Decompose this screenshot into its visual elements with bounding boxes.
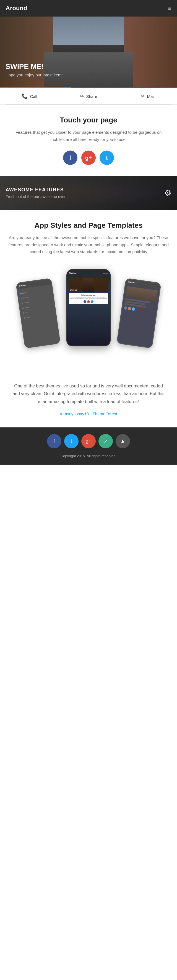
quote-text: One of the best themes I've used so far … xyxy=(11,382,166,406)
share-label: Share xyxy=(86,94,97,99)
twitter-icon: t xyxy=(106,155,108,161)
footer-share-icon: ↗ xyxy=(104,438,108,444)
call-label: Call xyxy=(30,94,37,99)
left-screen: Slidebon Home Portfoilio Features xyxy=(17,279,60,347)
quote-link[interactable]: ramseycosay18 - ThemeForest xyxy=(60,411,117,416)
phone-gp-btn xyxy=(87,300,90,303)
social-buttons: f g+ t xyxy=(8,151,169,165)
mail-button[interactable]: ✉ Mail xyxy=(118,88,177,104)
header: Around ≡ xyxy=(0,0,177,16)
facebook-icon: f xyxy=(69,155,71,161)
app-title: Around xyxy=(5,5,27,12)
touch-section: Touch your page Features that get you cl… xyxy=(0,105,177,176)
footer-googleplus-icon: g+ xyxy=(86,438,92,444)
mail-label: Mail xyxy=(147,94,154,99)
hero-section: SWIPE ME! Hope you enjoy our latest item… xyxy=(0,16,177,88)
features-content: AWESOME FEATURES Fresh out of the our aw… xyxy=(5,187,66,199)
phone-icon: 📞 xyxy=(22,93,27,99)
app-title: App Styles and Page Templates xyxy=(8,221,169,230)
action-bar: 📞 Call ↪ Share ✉ Mail xyxy=(0,88,177,105)
hero-progress-bar xyxy=(0,87,71,88)
settings-icon[interactable]: ⚙ xyxy=(164,188,172,198)
footer-twitter-button[interactable]: t xyxy=(64,434,79,449)
footer-facebook-icon: f xyxy=(53,438,55,444)
footer: f t g+ ↗ ▲ Copyright 2015. All rights re… xyxy=(0,427,177,465)
footer-copyright: Copyright 2015. All rights reserved. xyxy=(5,454,172,458)
call-button[interactable]: 📞 Call xyxy=(0,88,59,104)
share-icon: ↪ xyxy=(80,93,84,99)
phone-left: Slidebon Home Portfoilio Features xyxy=(16,278,61,348)
footer-up-icon: ▲ xyxy=(120,438,125,444)
googleplus-button[interactable]: g+ xyxy=(81,151,96,165)
touch-title: Touch your page xyxy=(8,116,169,124)
phone-screen-title-text: Slidebon xyxy=(69,272,77,274)
phone-fb-btn xyxy=(84,300,86,303)
phone-right: Slidebon xyxy=(116,278,161,348)
twitter-button[interactable]: t xyxy=(100,151,114,165)
hero-swipe-text: SWIPE ME! xyxy=(5,62,63,71)
footer-facebook-button[interactable]: f xyxy=(47,434,61,449)
phone-center: Slidebon 9:41 AM SWIPE ME! Welcome, stra… xyxy=(66,269,111,346)
phone-welcome-text: In our massively design focused template… xyxy=(70,296,107,299)
phone-tw-btn xyxy=(91,300,93,303)
facebook-button[interactable]: f xyxy=(63,151,77,165)
hero-subtitle: Hope you enjoy our latest item! xyxy=(5,73,63,77)
footer-share-button[interactable]: ↗ xyxy=(98,434,113,449)
center-screen: Slidebon 9:41 AM SWIPE ME! Welcome, stra… xyxy=(67,270,110,345)
features-section: AWESOME FEATURES Fresh out of the our aw… xyxy=(0,176,177,210)
hero-text-block: SWIPE ME! Hope you enjoy our latest item… xyxy=(5,62,63,77)
phone-hero-text: SWIPE ME! xyxy=(70,289,77,291)
footer-googleplus-button[interactable]: g+ xyxy=(81,434,96,449)
app-section: App Styles and Page Templates Are you re… xyxy=(0,210,177,371)
touch-text: Features that get you closer to your pag… xyxy=(8,129,169,143)
googleplus-icon: g+ xyxy=(85,155,92,161)
app-text: Are you ready to see all the awesome mob… xyxy=(8,234,169,255)
phone-mockup-container: Slidebon Home Portfoilio Features xyxy=(8,264,169,352)
phone-welcome-card: Welcome, stranger! In our massively desi… xyxy=(69,293,108,304)
menu-icon[interactable]: ≡ xyxy=(168,5,172,12)
footer-scroll-top-button[interactable]: ▲ xyxy=(116,434,130,449)
features-subtitle: Fresh out of the our awesome oven xyxy=(5,194,66,199)
footer-twitter-icon: t xyxy=(71,438,72,444)
phone-welcome-title: Welcome, stranger! xyxy=(70,294,107,296)
phone-hero-mini: SWIPE ME! xyxy=(69,278,108,292)
share-button[interactable]: ↪ Share xyxy=(59,88,118,104)
quote-section: One of the best themes I've used so far … xyxy=(0,371,177,427)
mail-icon: ✉ xyxy=(140,93,145,99)
right-screen: Slidebon xyxy=(117,279,160,347)
features-title: AWESOME FEATURES xyxy=(5,187,66,193)
hero-progress-track xyxy=(0,87,177,88)
footer-social: f t g+ ↗ ▲ xyxy=(5,434,172,449)
